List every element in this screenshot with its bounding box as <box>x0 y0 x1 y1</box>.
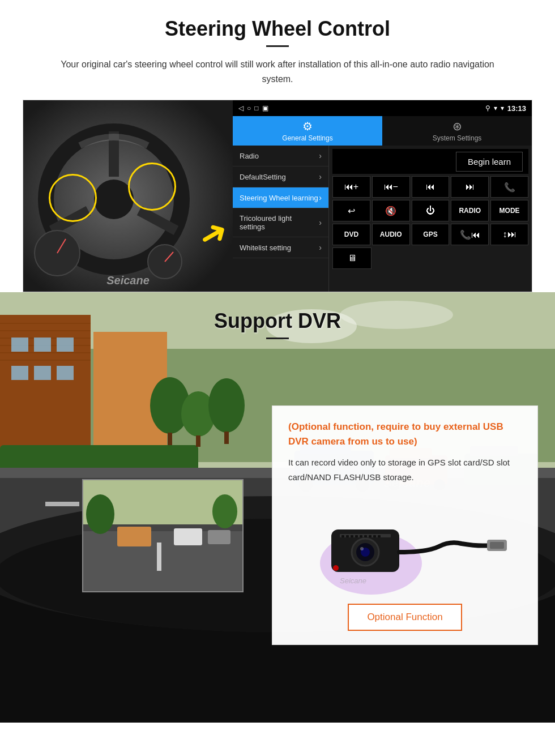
ctrl-btn-mode[interactable]: MODE <box>490 200 528 221</box>
dvr-camera-product-image: Seicane <box>288 496 522 595</box>
android-body: Radio › DefaultSetting › Steering Wheel … <box>233 146 532 292</box>
ctrl-btn-radio[interactable]: RADIO <box>451 200 489 221</box>
phone-icon: 📞 <box>504 182 515 193</box>
svg-rect-68 <box>360 535 362 537</box>
menu-default-label: DefaultSetting <box>240 173 286 181</box>
home-icon: ○ <box>247 104 251 112</box>
menu-icon: ▣ <box>262 104 268 112</box>
signal-icon: ▾ <box>494 104 497 112</box>
dvd-label: DVD <box>344 230 358 238</box>
android-statusbar: ◁ ○ □ ▣ ⚲ ▾ ▾ 13:13 <box>233 100 532 116</box>
svg-rect-21 <box>34 338 51 352</box>
back-icon: ◁ <box>238 104 244 112</box>
ctrl-btn-vol-down[interactable]: ⏮− <box>372 176 410 198</box>
seicane-watermark-steering: Seicane <box>106 274 150 287</box>
ctrl-btn-extra[interactable]: 🖥 <box>332 247 372 269</box>
ctrl-btn-phone-next[interactable]: ↕⏭ <box>490 224 528 245</box>
begin-learn-row: Begin learn <box>332 149 528 174</box>
radio-label: RADIO <box>459 207 481 215</box>
dvr-info-card: (Optional function, require to buy exter… <box>272 405 538 645</box>
ctrl-btn-dvd[interactable]: DVD <box>332 224 370 245</box>
menu-item-radio[interactable]: Radio › <box>233 146 328 166</box>
svg-rect-57 <box>208 530 230 544</box>
chevron-icon-5: › <box>319 243 322 252</box>
svg-rect-35 <box>45 502 79 506</box>
ctrl-btn-gps[interactable]: GPS <box>412 224 450 245</box>
control-grid-2: ↩ 🔇 ⏻ RADIO MODE <box>332 200 528 221</box>
svg-text:Seicane: Seicane <box>340 576 366 585</box>
vol-down-icon: ⏮− <box>384 182 398 192</box>
ctrl-btn-next[interactable]: ⏭ <box>451 176 489 198</box>
svg-rect-58 <box>117 527 151 546</box>
svg-rect-70 <box>369 535 372 537</box>
highlight-circle-right <box>128 163 176 211</box>
svg-rect-69 <box>364 535 367 537</box>
steering-demo: ➜ Seicane ◁ ○ □ ▣ ⚲ ▾ ▾ 13:13 <box>23 100 532 292</box>
steering-divider <box>266 45 289 47</box>
settings-icon: ⚙ <box>302 119 313 133</box>
android-menu: Radio › DefaultSetting › Steering Wheel … <box>233 146 329 292</box>
chevron-icon: › <box>319 151 322 160</box>
gps-label: GPS <box>423 230 437 238</box>
ctrl-btn-phone[interactable]: 📞 <box>490 176 528 198</box>
chevron-icon-4: › <box>319 218 322 227</box>
android-panel: ◁ ○ □ ▣ ⚲ ▾ ▾ 13:13 ⚙ General Settings <box>233 100 532 292</box>
android-right-panel: Begin learn ⏮+ ⏮− ⏮ ⏭ 📞 ↩ 🔇 ⏻ <box>329 146 532 292</box>
menu-item-whitelist[interactable]: Whitelist setting › <box>233 237 328 258</box>
hangup-icon: ↩ <box>348 206 355 216</box>
steering-subtitle: Your original car's steering wheel contr… <box>45 57 510 86</box>
tab-system-settings[interactable]: ⊛ System Settings <box>382 116 532 146</box>
svg-point-59 <box>86 494 114 534</box>
prev-icon: ⏮ <box>426 182 435 192</box>
optional-btn-row: Optional Function <box>288 604 522 631</box>
chevron-icon-2: › <box>319 172 322 181</box>
svg-rect-30 <box>196 435 200 447</box>
ctrl-btn-audio[interactable]: AUDIO <box>372 224 410 245</box>
menu-item-tricoloured[interactable]: Tricoloured light settings › <box>233 208 328 237</box>
svg-rect-65 <box>346 535 349 537</box>
begin-learn-button[interactable]: Begin learn <box>456 152 523 172</box>
svg-point-77 <box>333 565 339 571</box>
svg-point-76 <box>360 547 364 550</box>
ctrl-btn-mute[interactable]: 🔇 <box>372 200 410 221</box>
dvr-optional-text: (Optional function, require to buy exter… <box>288 420 522 449</box>
car-photo: ➜ Seicane <box>23 100 233 292</box>
dvr-inset-camera-view <box>82 479 244 592</box>
dvr-section: Support DVR Seicane (Optional function, … <box>0 292 555 723</box>
tab-system-label: System Settings <box>433 134 482 142</box>
svg-point-51 <box>340 301 453 329</box>
dvr-desc-text: It can record video only to storage in G… <box>288 455 522 484</box>
menu-item-defaultsetting[interactable]: DefaultSetting › <box>233 166 328 187</box>
ctrl-btn-hangup[interactable]: ↩ <box>332 200 370 221</box>
svg-point-31 <box>208 378 245 433</box>
phone-next-icon: ↕⏭ <box>503 229 516 240</box>
system-icon: ⊛ <box>452 119 462 133</box>
vol-up-icon: ⏮+ <box>344 182 358 192</box>
svg-rect-23 <box>11 366 28 380</box>
recents-icon: □ <box>254 104 258 112</box>
menu-radio-label: Radio <box>240 152 259 160</box>
svg-rect-20 <box>11 338 28 352</box>
mute-icon: 🔇 <box>385 206 396 216</box>
ctrl-btn-phone-prev[interactable]: 📞⏮ <box>451 224 489 245</box>
svg-rect-64 <box>341 535 344 537</box>
mode-label: MODE <box>500 207 520 215</box>
tab-general-label: General Settings <box>282 134 332 142</box>
ctrl-btn-prev[interactable]: ⏮ <box>412 176 450 198</box>
optional-function-button[interactable]: Optional Function <box>348 604 462 631</box>
control-grid-1: ⏮+ ⏮− ⏮ ⏭ 📞 <box>332 176 528 198</box>
power-icon: ⏻ <box>426 206 435 216</box>
location-icon: ⚲ <box>485 104 490 112</box>
svg-rect-67 <box>355 535 358 537</box>
android-tabs: ⚙ General Settings ⊛ System Settings <box>233 116 532 146</box>
menu-steering-label: Steering Wheel learning <box>240 194 318 202</box>
highlight-circle-left <box>49 174 97 222</box>
steering-section: Steering Wheel Control Your original car… <box>0 0 555 292</box>
ctrl-btn-power[interactable]: ⏻ <box>412 200 450 221</box>
ctrl-btn-vol-up[interactable]: ⏮+ <box>332 176 370 198</box>
phone-prev-icon: 📞⏮ <box>460 229 480 240</box>
menu-item-steering-learning[interactable]: Steering Wheel learning › <box>233 187 328 208</box>
control-row-extra: 🖥 <box>332 247 528 269</box>
svg-rect-79 <box>490 542 504 549</box>
tab-general-settings[interactable]: ⚙ General Settings <box>233 116 382 146</box>
